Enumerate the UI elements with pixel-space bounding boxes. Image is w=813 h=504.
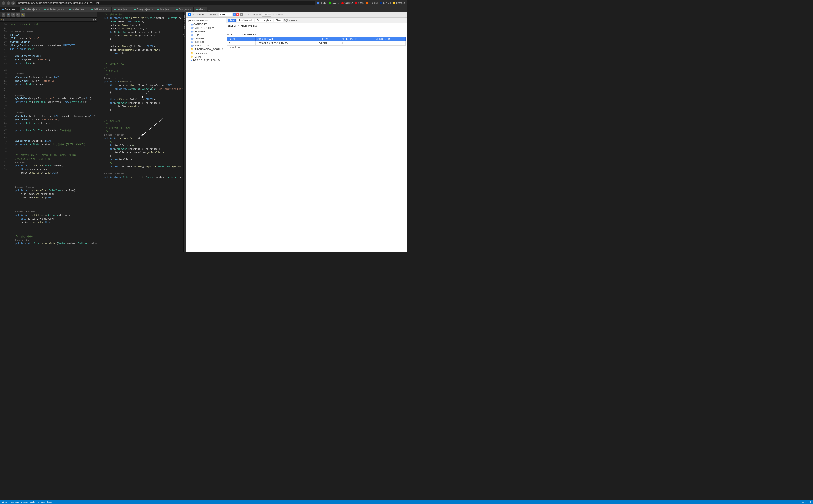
table-icon4: ▦ (191, 34, 193, 36)
sql-echo: SELECT * FROM ORDERS ; (227, 33, 406, 36)
right-code-lines[interactable]: //==생성 메서드== public static Order createO… (97, 12, 183, 252)
more-tabs-button[interactable]: ⋯ (207, 9, 211, 12)
cell-delivery-id: 4 (340, 41, 374, 46)
browser-bar: ← → ↻ localhost:8080/h2-console/login.do… (0, 0, 407, 6)
col-order-date: ORDER_DATE (256, 37, 317, 41)
divider1 (206, 13, 206, 17)
tree-item-cateogry-item[interactable]: ▦ CATEOGRY_ITEM (187, 26, 225, 30)
sql-statement-label: SQL statement: (284, 19, 299, 22)
tab-order-java[interactable]: Order.java × (0, 7, 20, 12)
clear-button[interactable]: Clear (274, 19, 283, 22)
code-content: 14 15 16 17 18 19 20 21 22 23 24 26 27 2… (0, 22, 97, 252)
tabs-bar: Order.java × Delivery.java × OrderItem.j… (0, 6, 407, 12)
table-icon3: ▦ (191, 30, 193, 33)
warning-bar: ⚠ ▲ 1 ✕ 3 ▲ ▼ (0, 18, 97, 22)
sql-input[interactable]: SELECT * FROM ORDERS ; (228, 24, 405, 31)
tree-item-item[interactable]: ▦ ITEM (187, 33, 225, 37)
col-member-id: MEMBER_ID (374, 37, 405, 41)
tab-book-java[interactable]: Book.java × (174, 7, 193, 12)
bookmark-disney[interactable]: 디즈니+ (380, 2, 391, 5)
tab-item-java[interactable]: Item.java × (155, 7, 174, 12)
left-code-editor: ⚙ 🔍 ≡ ▶ 🐛 ⚠ ▲ 1 ✕ 3 ▲ ▼ 14 15 16 17 (0, 12, 97, 252)
table-row: 3 2023-07-23 21:33:26.494654 ORDER 4 1 (227, 41, 406, 46)
max-rows-input[interactable] (219, 13, 232, 16)
table-icon6: ▦ (191, 41, 193, 43)
bookmark-youtube[interactable]: YouTube (341, 2, 353, 4)
tree-item-information-schema[interactable]: 📁 INFORMATION_SCHEMA (187, 47, 225, 51)
back-button[interactable]: ← (2, 1, 5, 5)
bookmark-naver[interactable]: NAVER (329, 2, 339, 4)
autocomplete-select[interactable]: Off On (262, 13, 271, 17)
autocommit-area: Auto commit (188, 13, 204, 16)
url-bar[interactable]: localhost:8080/h2-console/login.do?jsess… (16, 1, 315, 5)
bookmark-google[interactable]: Google (317, 2, 326, 4)
tab-address-java[interactable]: Address.java × (89, 7, 112, 12)
warning-icon: ⚠ (1, 19, 2, 21)
refresh-button[interactable]: ↻ (11, 1, 15, 5)
search-icon[interactable]: 🔍 (7, 13, 10, 17)
table-icon7: ▦ (191, 44, 193, 47)
autocommit-label: Auto commit (192, 13, 204, 16)
tree-item-delivery[interactable]: ▦ DELIVERY (187, 30, 225, 33)
bookmark-coupang[interactable]: 쿠팡하이 (366, 2, 378, 5)
table-icon5: ▦ (191, 37, 193, 40)
settings-icon[interactable]: ⚙ (2, 13, 5, 17)
cell-order-id: 3 (227, 41, 256, 46)
divider2 (245, 13, 245, 17)
cell-status: ORDER (317, 41, 340, 46)
tree-item-order-item[interactable]: ▦ ORDER_ITEM (187, 44, 225, 47)
url-text: localhost:8080/h2-console/login.do?jsess… (18, 2, 101, 4)
tree-item-sequences[interactable]: 📁 Sequences (187, 51, 225, 55)
table-icon: ▦ (191, 23, 193, 26)
cell-order-date: 2023-07-23 21:33:26.494654 (256, 41, 317, 46)
notification-sidebar: Notifications JPA Palette (183, 12, 186, 252)
col-delivery-id: DELIVERY_ID (340, 37, 374, 41)
tree-item-orders[interactable]: ▦ ORDERS (187, 40, 225, 44)
max-rows-label: Max rows: (208, 13, 218, 16)
debug-icon[interactable]: 🐛 (21, 13, 25, 17)
bookmark-netflix[interactable]: Netflix (355, 2, 364, 4)
clear-icon[interactable]: ✕ (240, 13, 243, 16)
bookmarks: Google NAVER YouTube Netflix 쿠팡하이 디즈니+ F… (317, 2, 405, 5)
folder-icon2: 📁 (191, 52, 194, 54)
main-layout: ⚙ 🔍 ≡ ▶ 🐛 ⚠ ▲ 1 ✕ 3 ▲ ▼ 14 15 16 17 (0, 12, 407, 252)
code-lines[interactable]: import java.util.List; 29 usages ♦ giyeo… (8, 22, 97, 252)
table-icon2: ▦ (191, 27, 193, 29)
auto-complete-button[interactable]: Auto complete (255, 19, 273, 22)
editor-toolbar: ⚙ 🔍 ≡ ▶ 🐛 (0, 12, 97, 18)
h2-main: Run Run Selected Auto complete Clear SQL… (226, 18, 407, 252)
run-selected-button[interactable]: Run Selected (237, 19, 254, 22)
col-status: STATUS (317, 37, 340, 41)
bookmark-firebase[interactable]: Firebase (393, 2, 405, 4)
line-numbers: 14 15 16 17 18 19 20 21 22 23 24 26 27 2… (0, 22, 8, 252)
tab-movie-java[interactable]: Movie.java × (112, 7, 132, 12)
connect-icon[interactable]: ▶ (233, 13, 236, 16)
tree-item-category[interactable]: ▦ CATEGORY (187, 23, 225, 26)
h2-query-toolbar: Run Run Selected Auto complete Clear SQL… (226, 18, 407, 23)
folder-icon3: 📁 (191, 55, 194, 58)
autocommit-checkbox[interactable] (188, 13, 191, 16)
run-icon[interactable]: ▶ (16, 13, 20, 17)
tab-delivery-java[interactable]: Delivery.java × (20, 7, 42, 12)
h2-sidebar: jdbc:h2:mem:test ▦ CATEGORY ▦ CATEOGRY_I… (186, 18, 226, 252)
forward-button[interactable]: → (7, 1, 10, 5)
tree-item-users[interactable]: 📁 Users (187, 55, 225, 59)
tab-member-java[interactable]: Member.java × (67, 7, 89, 12)
h2-panel: Auto commit Max rows: ▶ ■ ✕ Auto complet… (186, 12, 407, 252)
tree-item-member[interactable]: ▦ MEMBER (187, 37, 225, 40)
h2-body: jdbc:h2:mem:test ▦ CATEGORY ▦ CATEOGRY_I… (186, 18, 407, 252)
tab-category-java[interactable]: Category.java × (132, 7, 155, 12)
db-action-icons: ▶ ■ ✕ (233, 13, 243, 16)
stop-icon[interactable]: ■ (236, 13, 239, 16)
col-order-id: ORDER_ID (227, 37, 256, 41)
tree-item-h2-version: H H2 2.1.214 (2022-06-13) (187, 59, 225, 62)
h2-query-area: SELECT * FROM ORDERS ; (226, 23, 407, 32)
autoselect-label: Auto select (272, 13, 283, 16)
format-icon[interactable]: ≡ (11, 13, 15, 17)
db-label: jdbc:h2:mem:test (187, 19, 225, 23)
run-button[interactable]: Run (228, 19, 236, 22)
tab-orderitem-java[interactable]: OrderItem.java × (42, 7, 67, 12)
tab-album[interactable]: Album (194, 7, 207, 12)
h2-logo-icon: H (191, 59, 192, 62)
results-table: ORDER_ID ORDER_DATE STATUS DELIVERY_ID M… (227, 37, 406, 46)
